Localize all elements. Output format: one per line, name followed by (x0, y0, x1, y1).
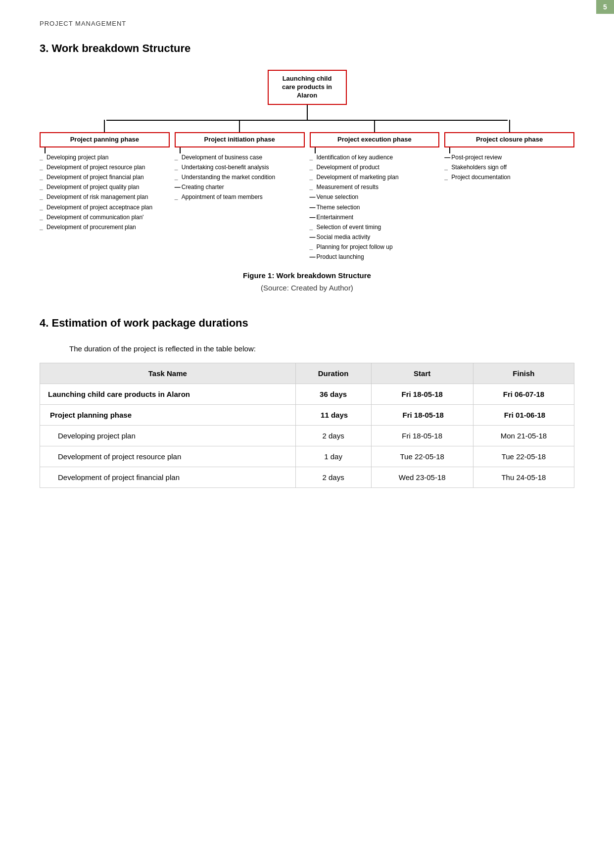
task-finish: Thu 24-05-18 (473, 467, 574, 487)
phase-v-line-closure (509, 120, 510, 132)
root-connector (307, 105, 308, 120)
phase-v-line-initiation (239, 120, 240, 132)
section-4-intro: The duration of the project is reflected… (69, 344, 574, 353)
list-item: _ Identification of key audience (310, 153, 440, 161)
task-duration: 2 days (295, 467, 371, 487)
phase-v-line-planning (104, 120, 105, 132)
list-item: _ Development of risk management plan (40, 193, 170, 201)
wbs-root-node: Launching child care products in Alaron (268, 70, 347, 105)
list-item: _ Development of business case (175, 153, 305, 161)
document-title: PROJECT MANAGEMENT (40, 20, 126, 27)
phase-box-planning: Project panning phase (40, 132, 170, 147)
phase-down-closure (449, 147, 450, 153)
task-name: Development of project resource plan (40, 446, 296, 467)
task-name: Launching child care products in Alaron (40, 384, 296, 404)
phase-items-execution: _ Identification of key audience _ Devel… (310, 153, 440, 263)
list-item: — Post-project review (444, 153, 574, 161)
phase-down-execution (315, 147, 316, 153)
task-duration: 36 days (295, 384, 371, 404)
list-item: _ Project documentation (444, 173, 574, 181)
phase-box-initiation: Project initiation phase (175, 132, 305, 147)
list-item: _ Selection of event timing (310, 223, 440, 231)
col-header-finish: Finish (473, 363, 574, 384)
phase-box-execution: Project execution phase (310, 132, 440, 147)
task-name: Project planning phase (40, 404, 296, 425)
table-row: Development of project resource plan 1 d… (40, 446, 574, 467)
list-item: _ Measurement of results (310, 183, 440, 191)
list-item: _ Development of product (310, 163, 440, 171)
list-item: _ Undertaking cost-benefit analysis (175, 163, 305, 171)
table-header-row: Task Name Duration Start Finish (40, 363, 574, 384)
table-row: Developing project plan 2 days Fri 18-05… (40, 425, 574, 446)
phase-items-planning: _ Developing project plan _ Development … (40, 153, 170, 234)
task-start: Fri 18-05-18 (371, 404, 473, 425)
task-finish: Tue 22-05-18 (473, 446, 574, 467)
phase-col-execution: Project execution phase _ Identification… (310, 120, 440, 263)
list-item: _ Understanding the market condition (175, 173, 305, 181)
phase-box-closure: Project closure phase (444, 132, 574, 147)
phases-container: Project panning phase _ Developing proje… (40, 120, 574, 263)
list-item: _ Stakeholders sign off (444, 163, 574, 171)
list-item: _ Development of project acceptnace plan (40, 203, 170, 211)
col-header-task: Task Name (40, 363, 296, 384)
table-row: Development of project financial plan 2 … (40, 467, 574, 487)
list-item: — Product launching (310, 253, 440, 261)
task-duration: 2 days (295, 425, 371, 446)
task-name: Development of project financial plan (40, 467, 296, 487)
figure-source: (Source: Created by Author) (40, 284, 574, 292)
figure-caption: Figure 1: Work breakdown Structure (40, 271, 574, 280)
task-finish: Fri 01-06-18 (473, 404, 574, 425)
phase-v-line-execution (374, 120, 375, 132)
phases-row: Project panning phase _ Developing proje… (40, 120, 574, 263)
task-finish: Fri 06-07-18 (473, 384, 574, 404)
list-item: _ Developing project plan (40, 153, 170, 161)
phase-col-planning: Project panning phase _ Developing proje… (40, 120, 170, 263)
list-item: _ Development of procurement plan (40, 223, 170, 231)
page-number-badge: 5 (596, 0, 614, 14)
section-4-heading: 4. Estimation of work package durations (40, 317, 574, 330)
task-duration: 1 day (295, 446, 371, 467)
section-4: 4. Estimation of work package durations … (40, 317, 574, 488)
task-start: Fri 18-05-18 (371, 425, 473, 446)
phase-col-initiation: Project initiation phase _ Development o… (175, 120, 305, 263)
phase-items-closure: — Post-project review _ Stakeholders sig… (444, 153, 574, 184)
task-finish: Mon 21-05-18 (473, 425, 574, 446)
list-item: _ Appointment of team members (175, 193, 305, 201)
table-row: Project planning phase 11 days Fri 18-05… (40, 404, 574, 425)
list-item: — Venue selection (310, 193, 440, 201)
phase-col-closure: Project closure phase — Post-project rev… (444, 120, 574, 263)
task-start: Tue 22-05-18 (371, 446, 473, 467)
task-start: Wed 23-05-18 (371, 467, 473, 487)
section-3-heading: 3. Work breakdown Structure (40, 42, 574, 55)
task-name: Developing project plan (40, 425, 296, 446)
page-header: PROJECT MANAGEMENT (40, 20, 574, 27)
phase-down-initiation (180, 147, 181, 153)
col-header-duration: Duration (295, 363, 371, 384)
col-header-start: Start (371, 363, 473, 384)
list-item: — Theme selection (310, 203, 440, 211)
table-row: Launching child care products in Alaron … (40, 384, 574, 404)
list-item: — Creating charter (175, 183, 305, 191)
list-item: — Social media activity (310, 233, 440, 241)
section-3: 3. Work breakdown Structure Launching ch… (40, 42, 574, 292)
task-duration: 11 days (295, 404, 371, 425)
list-item: _ Development of communication plan' (40, 213, 170, 221)
wbs-diagram: Launching child care products in Alaron … (40, 70, 574, 263)
wbs-root-label: Launching child care products in Alaron (282, 75, 332, 99)
list-item: _ Development of project quality plan (40, 183, 170, 191)
list-item: _ Planning for project follow up (310, 243, 440, 251)
wbs-root-wrap: Launching child care products in Alaron (268, 70, 347, 120)
list-item: _ Development of project financial plan (40, 173, 170, 181)
task-start: Fri 18-05-18 (371, 384, 473, 404)
list-item: _ Development of marketing plan (310, 173, 440, 181)
duration-table: Task Name Duration Start Finish Launchin… (40, 363, 574, 488)
phase-items-initiation: _ Development of business case _ Underta… (175, 153, 305, 203)
list-item: — Entertainment (310, 213, 440, 221)
list-item: _ Development of project resource plan (40, 163, 170, 171)
phase-down-planning (45, 147, 46, 153)
